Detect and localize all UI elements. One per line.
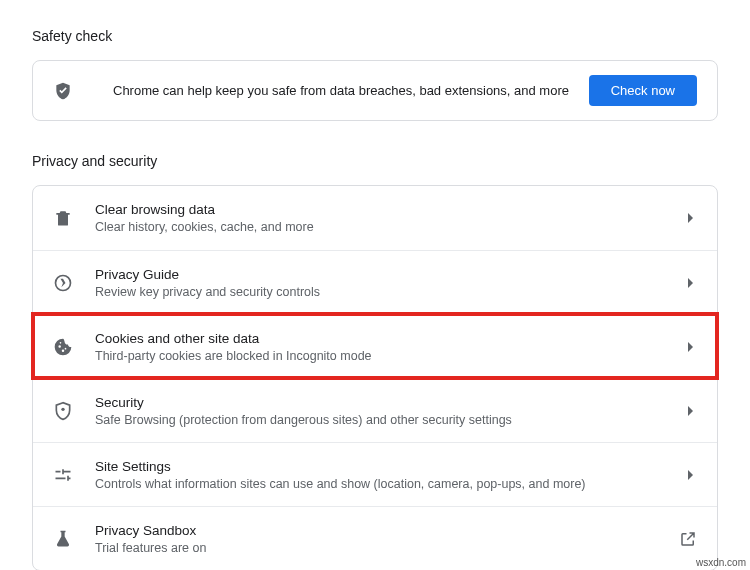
row-site-settings[interactable]: Site Settings Controls what information … <box>33 442 717 506</box>
safety-check-card: Chrome can help keep you safe from data … <box>32 60 718 121</box>
row-sub: Safe Browsing (protection from dangerous… <box>95 413 668 427</box>
chevron-right-icon <box>688 470 693 480</box>
row-privacy-sandbox[interactable]: Privacy Sandbox Trial features are on <box>33 506 717 570</box>
sliders-icon <box>53 465 73 485</box>
row-title: Clear browsing data <box>95 202 668 217</box>
compass-icon <box>53 273 73 293</box>
safety-text: Chrome can help keep you safe from data … <box>113 83 571 98</box>
row-security[interactable]: Security Safe Browsing (protection from … <box>33 378 717 442</box>
chevron-right-icon <box>688 342 693 352</box>
row-cookies[interactable]: Cookies and other site data Third-party … <box>33 314 717 378</box>
row-sub: Review key privacy and security controls <box>95 285 668 299</box>
cookie-icon <box>53 337 73 357</box>
privacy-list: Clear browsing data Clear history, cooki… <box>32 185 718 570</box>
row-privacy-guide[interactable]: Privacy Guide Review key privacy and sec… <box>33 250 717 314</box>
row-sub: Controls what information sites can use … <box>95 477 668 491</box>
row-title: Security <box>95 395 668 410</box>
row-sub: Trial features are on <box>95 541 659 555</box>
shield-icon <box>53 401 73 421</box>
privacy-heading: Privacy and security <box>32 153 718 169</box>
chevron-right-icon <box>688 406 693 416</box>
row-title: Privacy Guide <box>95 267 668 282</box>
row-clear-browsing-data[interactable]: Clear browsing data Clear history, cooki… <box>33 186 717 250</box>
row-title: Site Settings <box>95 459 668 474</box>
row-sub: Clear history, cookies, cache, and more <box>95 220 668 234</box>
check-now-button[interactable]: Check now <box>589 75 697 106</box>
watermark: wsxdn.com <box>696 557 746 568</box>
chevron-right-icon <box>688 278 693 288</box>
row-sub: Third-party cookies are blocked in Incog… <box>95 349 668 363</box>
shield-filled-icon <box>53 81 73 101</box>
flask-icon <box>53 529 73 549</box>
trash-icon <box>53 208 73 228</box>
svg-point-0 <box>61 407 64 410</box>
chevron-right-icon <box>688 213 693 223</box>
external-link-icon <box>679 530 697 548</box>
row-title: Cookies and other site data <box>95 331 668 346</box>
safety-heading: Safety check <box>32 28 718 44</box>
row-title: Privacy Sandbox <box>95 523 659 538</box>
